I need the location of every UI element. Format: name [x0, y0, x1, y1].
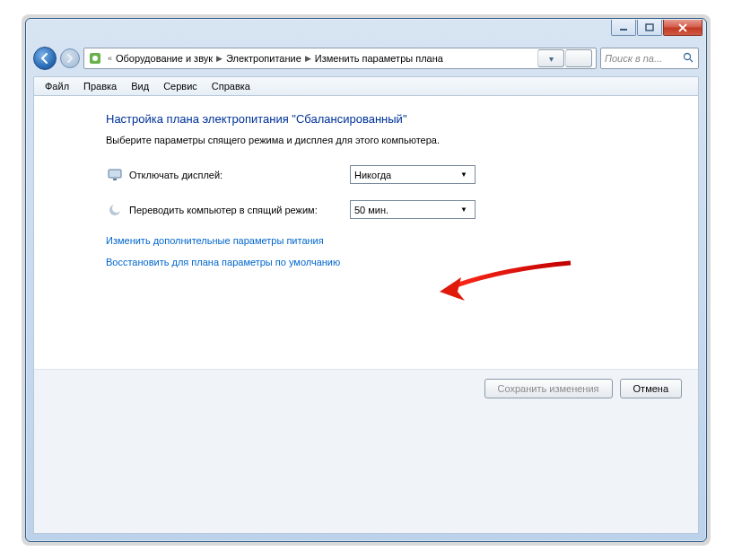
- chevron-down-icon: ▼: [457, 202, 471, 217]
- svg-point-4: [685, 53, 691, 59]
- cancel-button[interactable]: Отмена: [620, 379, 682, 398]
- forward-button[interactable]: [60, 48, 80, 68]
- setting-label: Переводить компьютер в спящий режим:: [129, 205, 350, 215]
- back-button[interactable]: [33, 47, 57, 70]
- links-section: Изменить дополнительные параметры питани…: [106, 235, 626, 267]
- refresh-button[interactable]: [565, 49, 592, 67]
- svg-rect-6: [109, 170, 121, 178]
- menu-view[interactable]: Вид: [124, 79, 156, 93]
- footer-button-row: Сохранить изменения Отмена: [34, 369, 698, 533]
- svg-rect-7: [113, 179, 117, 180]
- menu-tools[interactable]: Сервис: [156, 79, 205, 93]
- svg-rect-0: [620, 29, 627, 31]
- link-restore-defaults[interactable]: Восстановить для плана параметры по умол…: [106, 257, 626, 267]
- menu-file[interactable]: Файл: [38, 79, 76, 93]
- close-icon: [677, 23, 688, 32]
- address-bar[interactable]: « Оборудование и звук ▶ Электропитание ▶…: [83, 48, 597, 69]
- close-button[interactable]: [663, 20, 702, 36]
- moon-icon: [106, 203, 124, 217]
- breadcrumb-chevrons: «: [108, 54, 112, 63]
- client-area: Настройка плана электропитания "Сбаланси…: [33, 96, 699, 534]
- minimize-button[interactable]: [611, 20, 636, 36]
- svg-rect-1: [646, 24, 653, 31]
- content-area: Настройка плана электропитания "Сбаланси…: [34, 96, 698, 267]
- maximize-icon: [645, 23, 654, 32]
- menu-help[interactable]: Справка: [205, 79, 257, 93]
- page-heading: Настройка плана электропитания "Сбаланси…: [106, 112, 626, 126]
- menu-bar: Файл Правка Вид Сервис Справка: [33, 76, 699, 96]
- page-description: Выберите параметры спящего режима и дисп…: [106, 135, 626, 145]
- link-advanced-settings[interactable]: Изменить дополнительные параметры питани…: [106, 235, 626, 246]
- chevron-down-icon: ▼: [457, 167, 471, 182]
- setting-display-off: Отключать дисплей: Никогда ▼: [106, 165, 626, 184]
- arrow-left-icon: [39, 52, 51, 65]
- control-panel-icon: [88, 51, 102, 66]
- minimize-icon: [619, 23, 628, 32]
- search-icon: [683, 52, 694, 66]
- svg-point-3: [92, 56, 98, 61]
- address-dropdown-button[interactable]: ▾: [537, 49, 564, 67]
- breadcrumb-item[interactable]: Изменить параметры плана: [315, 53, 443, 64]
- chevron-right-icon: ▶: [216, 54, 223, 63]
- svg-line-5: [690, 59, 693, 62]
- svg-point-9: [112, 204, 121, 213]
- monitor-icon: [106, 168, 124, 182]
- title-bar: [26, 19, 706, 44]
- sleep-dropdown[interactable]: 50 мин. ▼: [350, 200, 476, 219]
- search-placeholder: Поиск в па...: [605, 53, 662, 64]
- save-button[interactable]: Сохранить изменения: [484, 379, 613, 398]
- breadcrumb-item[interactable]: Оборудование и звук: [116, 53, 213, 64]
- chevron-right-icon: ▶: [305, 54, 311, 63]
- dropdown-value: Никогда: [354, 170, 391, 180]
- arrow-right-icon: [65, 53, 75, 64]
- setting-sleep: Переводить компьютер в спящий режим: 50 …: [106, 200, 626, 219]
- maximize-button[interactable]: [637, 20, 662, 36]
- breadcrumb-item[interactable]: Электропитание: [226, 53, 301, 64]
- display-off-dropdown[interactable]: Никогда ▼: [350, 165, 476, 184]
- window-frame: « Оборудование и звук ▶ Электропитание ▶…: [25, 18, 707, 542]
- search-input[interactable]: Поиск в па...: [600, 48, 699, 69]
- setting-label: Отключать дисплей:: [129, 170, 350, 180]
- navigation-row: « Оборудование и звук ▶ Электропитание ▶…: [33, 44, 699, 73]
- menu-edit[interactable]: Правка: [76, 79, 124, 93]
- dropdown-value: 50 мин.: [354, 205, 388, 215]
